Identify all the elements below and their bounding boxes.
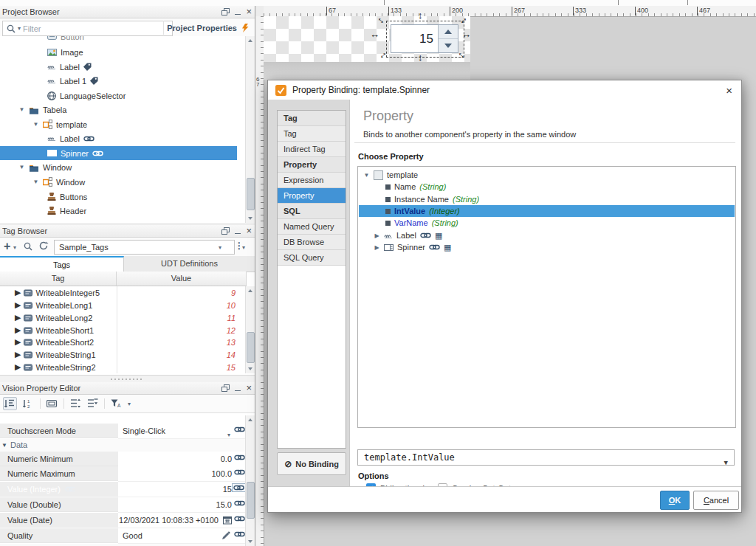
collapse-arrow-icon[interactable]: ▼ bbox=[32, 179, 39, 185]
calendar-icon[interactable] bbox=[223, 516, 232, 525]
property-row-value-integer-selected[interactable]: Value (Integer) 15 bbox=[0, 482, 247, 497]
binding-chain-button[interactable] bbox=[232, 483, 246, 492]
tab-tags[interactable]: Tags bbox=[0, 256, 124, 272]
sort-by-category-icon[interactable] bbox=[3, 397, 17, 410]
float-panel-icon[interactable] bbox=[221, 227, 230, 235]
property-row-value-date[interactable]: Value (Date) 12/03/2021 10:08:33 +0100 bbox=[0, 513, 247, 528]
expand-arrow-icon[interactable]: ▶ bbox=[15, 313, 21, 322]
tree-item-window-folder[interactable]: ▼ Window bbox=[0, 160, 237, 174]
binding-nav-expression[interactable]: Expression bbox=[278, 173, 346, 188]
property-row-quality[interactable]: Quality Good bbox=[0, 528, 247, 543]
close-panel-icon[interactable]: × bbox=[246, 227, 252, 235]
column-header-tag[interactable]: Tag bbox=[0, 272, 117, 286]
binding-chain-icon[interactable] bbox=[234, 426, 245, 432]
add-tag-caret-icon[interactable]: ▾ bbox=[13, 244, 16, 251]
property-row-numeric-minimum[interactable]: Numeric Minimum 0.0 bbox=[0, 452, 247, 466]
dialog-tree-spinner[interactable]: ▶ Spinner ▦ bbox=[359, 241, 735, 253]
scroll-up-icon[interactable] bbox=[248, 418, 252, 421]
expand-arrow-icon[interactable]: ▶ bbox=[15, 362, 21, 372]
property-row-numeric-maximum[interactable]: Numeric Maximum 100.0 bbox=[0, 466, 247, 481]
tag-row[interactable]: ▶ WriteableShort2 13 bbox=[0, 336, 246, 348]
collapse-arrow-icon[interactable]: ▼ bbox=[18, 164, 25, 170]
expand-arrow-icon[interactable]: ▶ bbox=[374, 244, 380, 251]
tag-row[interactable]: ▶ WriteableString2 15 bbox=[0, 361, 246, 373]
category-data[interactable]: ▼ Data bbox=[0, 439, 247, 452]
binding-nav-tag[interactable]: Tag bbox=[278, 126, 346, 142]
search-options-caret-icon[interactable]: ▾ bbox=[18, 25, 21, 32]
project-tree-scrollbar[interactable] bbox=[245, 36, 255, 223]
property-path-field[interactable]: template.IntValue ▼ bbox=[357, 449, 735, 466]
spinner-component[interactable]: 15 bbox=[391, 24, 458, 53]
dialog-tree-intvalue-selected[interactable]: IntValue (Integer) bbox=[359, 205, 735, 217]
scroll-up-icon[interactable] bbox=[248, 39, 252, 42]
scrollbar-thumb[interactable] bbox=[247, 482, 255, 519]
resize-handle-w[interactable]: ↔ bbox=[370, 30, 379, 39]
collapse-arrow-icon[interactable]: ▼ bbox=[363, 172, 370, 179]
dialog-tree-instance-name[interactable]: Instance Name (String) bbox=[359, 193, 735, 205]
binding-nav-property-selected[interactable]: Property bbox=[278, 188, 346, 204]
project-properties-button[interactable]: Project Properties bbox=[163, 21, 252, 35]
column-header-value[interactable]: Value bbox=[117, 272, 247, 286]
tree-item-header[interactable]: Header bbox=[0, 204, 237, 218]
tag-row[interactable]: ▶ WriteableInteger5 9 bbox=[0, 286, 246, 299]
tree-item-button[interactable]: Button bbox=[0, 36, 237, 44]
dialog-tree-name[interactable]: Name (String) bbox=[359, 181, 735, 193]
resize-handle-e[interactable]: ↔ bbox=[461, 30, 471, 39]
binding-chain-icon[interactable] bbox=[234, 455, 245, 460]
tag-row[interactable]: ▶ WriteableString1 14 bbox=[0, 348, 246, 361]
scrollbar-thumb[interactable] bbox=[247, 178, 255, 210]
scroll-up-icon[interactable] bbox=[248, 289, 252, 292]
binding-chain-icon[interactable] bbox=[234, 469, 245, 475]
resize-handle-s[interactable]: ↕ bbox=[418, 52, 423, 62]
no-binding-button[interactable]: ⊘ No Binding bbox=[277, 452, 346, 475]
path-dropdown-caret-icon[interactable]: ▼ bbox=[724, 455, 728, 470]
spinner-value-field[interactable]: 15 bbox=[391, 25, 438, 52]
tab-udt-definitions[interactable]: UDT Definitions bbox=[124, 256, 255, 271]
scroll-down-icon[interactable] bbox=[248, 540, 252, 543]
tag-row[interactable]: ▶ WriteableLong1 10 bbox=[0, 299, 246, 311]
tree-item-template-label[interactable]: Label bbox=[0, 131, 237, 145]
minimize-panel-icon[interactable] bbox=[235, 233, 241, 234]
property-row-touchscreen-mode[interactable]: Touchscreen Mode Single-Click ▾ bbox=[0, 424, 247, 438]
table-view-icon[interactable] bbox=[47, 399, 58, 409]
expand-all-icon[interactable] bbox=[70, 398, 81, 409]
binding-nav-db-browse[interactable]: DB Browse bbox=[278, 235, 346, 250]
binding-chain-icon[interactable] bbox=[234, 531, 245, 537]
tag-menu-caret-icon[interactable]: ▾ bbox=[242, 244, 245, 251]
binding-chain-icon[interactable] bbox=[234, 500, 245, 506]
minimize-panel-icon[interactable] bbox=[235, 390, 241, 391]
property-editor-scrollbar[interactable] bbox=[245, 415, 255, 546]
refresh-tags-icon[interactable] bbox=[39, 241, 49, 251]
filter-caret-icon[interactable]: ▾ bbox=[128, 401, 131, 407]
minimize-panel-icon[interactable] bbox=[235, 14, 241, 15]
collapse-arrow-icon[interactable]: ▼ bbox=[18, 106, 25, 113]
expand-arrow-icon[interactable]: ▶ bbox=[15, 288, 21, 297]
float-panel-icon[interactable] bbox=[221, 8, 230, 15]
dialog-close-icon[interactable]: × bbox=[726, 84, 732, 97]
property-row-value-double[interactable]: Value (Double) 15.0 bbox=[0, 497, 247, 512]
resize-handle-n[interactable]: ↕ bbox=[418, 10, 423, 20]
scroll-down-icon[interactable] bbox=[248, 217, 252, 220]
tree-item-label1[interactable]: Label 1 bbox=[0, 74, 237, 88]
expand-arrow-icon[interactable]: ▶ bbox=[15, 325, 21, 335]
tag-row[interactable]: ▶ WriteableShort1 12 bbox=[0, 324, 246, 336]
dialog-tree-label[interactable]: ▶ Label ▦ bbox=[359, 229, 735, 241]
project-filter-input[interactable]: ▾ Filter bbox=[2, 21, 173, 36]
tree-item-languageselector[interactable]: LanguageSelector bbox=[0, 89, 237, 103]
close-panel-icon[interactable]: × bbox=[246, 7, 252, 16]
tree-item-label[interactable]: Label bbox=[0, 60, 237, 74]
cancel-button[interactable]: Cancel bbox=[693, 491, 739, 510]
scrollbar-thumb[interactable] bbox=[247, 332, 255, 363]
expand-arrow-icon[interactable]: ▶ bbox=[15, 337, 21, 347]
spinner-down-button[interactable] bbox=[439, 39, 458, 52]
binding-nav-named-query[interactable]: Named Query bbox=[278, 219, 346, 235]
dialog-tree-template[interactable]: ▼ template bbox=[359, 169, 735, 181]
binding-nav-indirect-tag[interactable]: Indirect Tag bbox=[278, 142, 346, 157]
tree-item-template[interactable]: ▼ template bbox=[0, 117, 237, 131]
dialog-tree-varname[interactable]: VarName (String) bbox=[359, 217, 735, 229]
pencil-icon[interactable] bbox=[221, 531, 230, 540]
tree-item-window[interactable]: ▼ Window bbox=[0, 175, 237, 189]
scroll-down-icon[interactable] bbox=[248, 367, 252, 370]
float-panel-icon[interactable] bbox=[221, 384, 230, 392]
filter-properties-icon[interactable] bbox=[111, 399, 122, 408]
